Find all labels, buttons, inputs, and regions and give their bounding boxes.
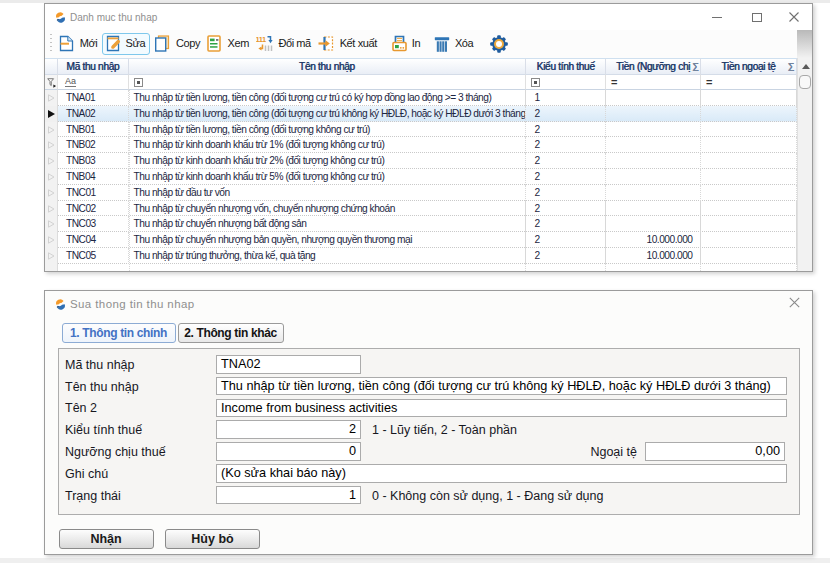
svg-text:111: 111 (256, 35, 266, 44)
